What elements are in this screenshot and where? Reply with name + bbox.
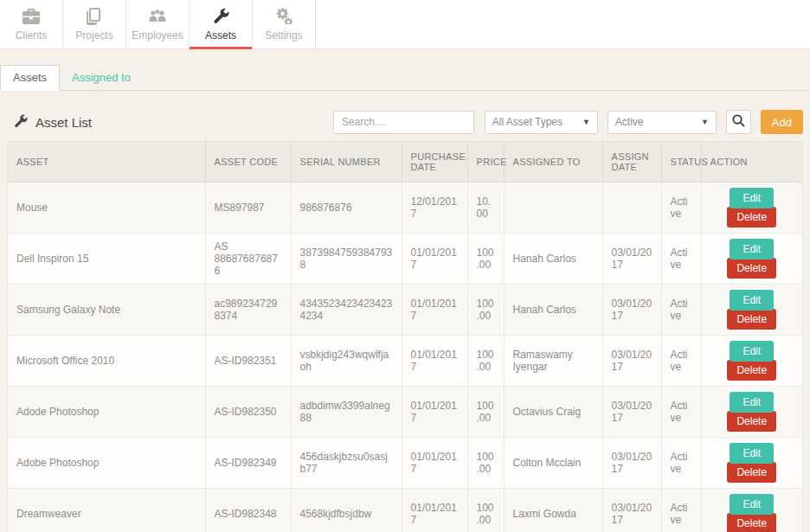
status-cell: Active xyxy=(661,233,701,284)
column-header-status: STATUS xyxy=(661,142,701,182)
purchase-date-cell: 12/01/2017 xyxy=(402,182,467,233)
delete-button[interactable]: Delete xyxy=(727,258,776,279)
status-cell: Active xyxy=(661,437,701,488)
asset-cell: Adode Photoshop xyxy=(8,386,205,437)
purchase-date-cell: 01/01/2017 xyxy=(402,335,467,386)
asset-cell: Adobe Photoshop xyxy=(8,437,205,488)
nav-tab-label: Projects xyxy=(75,29,112,42)
edit-button[interactable]: Edit xyxy=(730,494,774,515)
search-input[interactable] xyxy=(333,111,474,134)
assign-date-cell: 03/01/2017 xyxy=(602,335,661,386)
edit-button[interactable]: Edit xyxy=(730,341,774,362)
price-cell: 100.00 xyxy=(467,284,504,335)
asset-cell: Microsoft Office 2010 xyxy=(8,335,205,386)
price-cell: 100.00 xyxy=(467,488,504,532)
column-header-purchase-date: PURCHASE DATE xyxy=(402,142,467,182)
purchase-date-cell: 01/01/2017 xyxy=(402,386,467,437)
asset-code-cell: AS 886876876876 xyxy=(205,233,291,284)
chevron-down-icon: ▼ xyxy=(701,118,709,126)
column-header-action: ACTION xyxy=(701,142,802,182)
nav-tab-label: Assets xyxy=(205,29,236,42)
price-cell: 10.00 xyxy=(467,182,504,233)
nav-tab-clients[interactable]: Clients xyxy=(0,0,63,48)
delete-button[interactable]: Delete xyxy=(727,411,776,432)
nav-tab-employees[interactable]: Employees xyxy=(126,0,190,48)
serial-number-cell: adbdimw3399alneg88 xyxy=(291,386,402,437)
asset-code-cell: AS-ID982350 xyxy=(205,386,291,437)
table-row: Mouse MS897987 986876876 12/01/2017 10.0… xyxy=(8,182,802,233)
action-cell: Edit Delete xyxy=(701,437,802,488)
asset-code-cell: AS-ID982348 xyxy=(205,488,291,532)
assigned-to-cell: Ramaswamy Iyengar xyxy=(504,335,602,386)
subtab-assigned-to[interactable]: Assigned to xyxy=(60,66,143,90)
nav-tab-settings[interactable]: Settings xyxy=(253,0,316,48)
panel-title: Asset List xyxy=(14,114,92,131)
asset-list-toolbar: Asset List All Asset Types ▼ Active ▼ Ad… xyxy=(0,103,810,141)
delete-button[interactable]: Delete xyxy=(727,207,776,228)
asset-cell: Dreamweaver xyxy=(8,488,205,532)
asset-cell: Mouse xyxy=(8,182,205,233)
table-row: Adode Photoshop AS-ID982350 adbdimw3399a… xyxy=(8,386,802,437)
assigned-to-cell: Colton Mcclain xyxy=(504,437,602,488)
status-cell: Active xyxy=(661,488,701,532)
column-header-asset: ASSET xyxy=(8,142,205,182)
nav-tab-label: Employees xyxy=(132,29,183,42)
action-cell: Edit Delete xyxy=(701,182,802,233)
asset-code-cell: ac9892347298374 xyxy=(205,284,291,335)
table-row: Samsung Galaxy Note ac9892347298374 4343… xyxy=(8,284,802,335)
serial-number-cell: 38739847593847938 xyxy=(291,233,402,284)
purchase-date-cell: 01/01/2017 xyxy=(402,233,467,284)
asset-code-cell: AS-ID982349 xyxy=(205,437,291,488)
action-cell: Edit Delete xyxy=(701,335,802,386)
table-row: Adobe Photoshop AS-ID982349 456daskjbzsu… xyxy=(8,437,802,488)
active-tab-underline xyxy=(190,47,252,49)
serial-number-cell: 43435234234234234234 xyxy=(291,284,402,335)
assign-date-cell: 03/01/2017 xyxy=(602,386,661,437)
status-cell: Active xyxy=(661,284,701,335)
action-cell: Edit Delete xyxy=(701,386,802,437)
price-cell: 100.00 xyxy=(467,233,504,284)
edit-button[interactable]: Edit xyxy=(730,290,774,311)
assigned-to-cell: Octavius Craig xyxy=(504,386,602,437)
delete-button[interactable]: Delete xyxy=(727,513,776,532)
assigned-to-cell xyxy=(504,182,602,233)
serial-number-cell: 986876876 xyxy=(291,182,402,233)
price-cell: 100.00 xyxy=(467,335,504,386)
wrench-icon xyxy=(211,8,230,25)
nav-tab-assets[interactable]: Assets xyxy=(190,0,253,48)
edit-button[interactable]: Edit xyxy=(730,188,774,208)
serial-number-cell: vsbkjdig243wqwlfjaoh xyxy=(291,335,402,386)
edit-button[interactable]: Edit xyxy=(730,443,774,464)
delete-button[interactable]: Delete xyxy=(727,360,776,381)
briefcase-icon xyxy=(22,8,41,25)
table-row: Dreamweaver AS-ID982348 4568kjdfbsjdbw 0… xyxy=(8,488,802,532)
users-icon xyxy=(148,8,167,25)
copy-icon xyxy=(85,8,104,25)
action-cell: Edit Delete xyxy=(701,233,802,284)
action-cell: Edit Delete xyxy=(701,488,802,532)
nav-tab-label: Clients xyxy=(16,29,48,42)
subtab-assets[interactable]: Assets xyxy=(0,65,60,91)
edit-button[interactable]: Edit xyxy=(730,392,774,413)
price-cell: 100.00 xyxy=(467,437,504,488)
edit-button[interactable]: Edit xyxy=(730,239,774,260)
page-title: Asset List xyxy=(35,115,92,130)
asset-type-select[interactable]: All Asset Types ▼ xyxy=(485,111,598,134)
top-navigation: Clients Projects Employees Assets Settin… xyxy=(0,0,810,49)
delete-button[interactable]: Delete xyxy=(727,462,776,483)
column-header-asset-code: ASSET CODE xyxy=(205,142,291,182)
asset-cell: Samsung Galaxy Note xyxy=(8,284,205,335)
purchase-date-cell: 01/01/2017 xyxy=(402,488,467,532)
asset-code-cell: MS897987 xyxy=(205,182,291,233)
delete-button[interactable]: Delete xyxy=(727,309,776,330)
purchase-date-cell: 01/01/2017 xyxy=(402,284,467,335)
assign-date-cell: 03/01/2017 xyxy=(602,437,661,488)
search-button[interactable] xyxy=(726,110,751,134)
status-select[interactable]: Active ▼ xyxy=(608,111,717,134)
serial-number-cell: 4568kjdfbsjdbw xyxy=(291,488,402,532)
add-button[interactable]: Add xyxy=(761,110,803,134)
gears-icon xyxy=(274,8,293,25)
nav-tab-projects[interactable]: Projects xyxy=(63,0,126,48)
table-row: Microsoft Office 2010 AS-ID982351 vsbkjd… xyxy=(8,335,802,386)
column-header-price: PRICE xyxy=(467,142,504,182)
